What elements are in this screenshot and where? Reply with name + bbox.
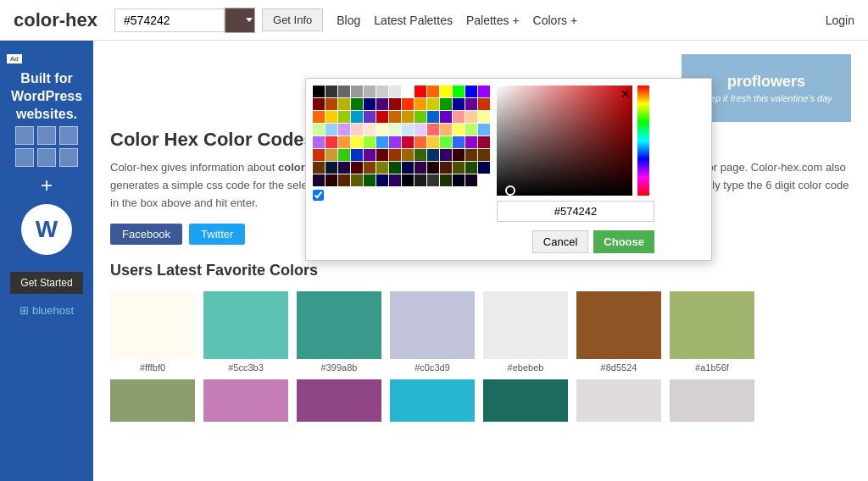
hue-strip[interactable] <box>637 86 649 196</box>
swatch-cell[interactable] <box>465 174 477 186</box>
swatch-cell[interactable] <box>313 98 325 110</box>
color-swatch-button[interactable] <box>225 8 255 33</box>
color-swatch-box[interactable] <box>297 379 381 422</box>
swatch-cell[interactable] <box>351 124 363 135</box>
color-gradient-box[interactable]: ✕ <box>497 86 632 196</box>
swatch-cell[interactable] <box>415 111 426 123</box>
swatch-cell[interactable] <box>440 86 452 97</box>
swatch-cell[interactable] <box>313 136 325 148</box>
swatch-cell[interactable] <box>338 98 350 110</box>
color-swatch-box[interactable] <box>203 379 288 422</box>
swatch-cell[interactable] <box>326 86 337 97</box>
swatch-cell[interactable] <box>376 162 388 174</box>
swatch-cell[interactable] <box>415 136 426 148</box>
blog-link[interactable]: Blog <box>337 14 360 27</box>
swatch-cell[interactable] <box>389 136 401 148</box>
swatch-cell[interactable] <box>351 174 363 186</box>
swatch-cell[interactable] <box>351 149 363 161</box>
swatch-cell[interactable] <box>376 174 388 186</box>
swatch-cell[interactable] <box>402 136 414 148</box>
swatch-cell[interactable] <box>440 124 452 135</box>
swatch-cell[interactable] <box>453 86 465 97</box>
swatch-cell[interactable] <box>478 98 490 110</box>
swatch-cell[interactable] <box>427 124 439 135</box>
swatch-cell[interactable] <box>402 149 414 161</box>
swatch-cell[interactable] <box>313 124 325 135</box>
swatch-cell[interactable] <box>364 174 376 186</box>
color-swatch-box[interactable] <box>203 291 288 359</box>
swatch-cell[interactable] <box>313 86 325 97</box>
swatch-checkbox[interactable] <box>313 190 324 201</box>
swatch-cell[interactable] <box>338 149 350 161</box>
swatch-cell[interactable] <box>364 136 376 148</box>
choose-button[interactable]: Choose <box>593 230 654 253</box>
color-swatch-box[interactable] <box>297 291 381 359</box>
palettes-link[interactable]: Palettes <box>466 14 520 27</box>
color-swatch-box[interactable] <box>670 291 754 359</box>
swatch-cell[interactable] <box>453 111 465 123</box>
color-swatch-box[interactable] <box>576 291 661 359</box>
swatch-cell[interactable] <box>376 149 388 161</box>
swatch-cell[interactable] <box>415 149 426 161</box>
swatch-cell[interactable] <box>465 124 477 135</box>
swatch-cell[interactable] <box>402 86 414 97</box>
twitter-button[interactable]: Twitter <box>189 224 245 245</box>
swatch-cell[interactable] <box>313 149 325 161</box>
swatch-cell[interactable] <box>478 86 490 97</box>
swatch-cell[interactable] <box>440 111 452 123</box>
swatch-cell[interactable] <box>440 174 452 186</box>
color-swatch-box[interactable] <box>110 291 195 359</box>
colors-link[interactable]: Colors <box>533 14 578 27</box>
swatch-cell[interactable] <box>478 124 490 135</box>
swatch-cell[interactable] <box>338 111 350 123</box>
latest-palettes-link[interactable]: Latest Palettes <box>374 14 453 27</box>
swatch-cell[interactable] <box>338 136 350 148</box>
swatch-cell[interactable] <box>351 111 363 123</box>
swatch-cell[interactable] <box>465 149 477 161</box>
color-swatch-box[interactable] <box>390 379 475 422</box>
swatch-cell[interactable] <box>402 111 414 123</box>
login-link[interactable]: Login <box>826 14 854 27</box>
swatch-cell[interactable] <box>389 124 401 135</box>
swatch-cell[interactable] <box>402 124 414 135</box>
swatch-cell[interactable] <box>338 124 350 135</box>
swatch-cell[interactable] <box>465 136 477 148</box>
swatch-cell[interactable] <box>351 98 363 110</box>
swatch-cell[interactable] <box>440 162 452 174</box>
swatch-cell[interactable] <box>415 162 426 174</box>
swatch-cell[interactable] <box>313 162 325 174</box>
swatch-cell[interactable] <box>453 149 465 161</box>
swatch-cell[interactable] <box>364 124 376 135</box>
color-input[interactable] <box>114 8 225 32</box>
swatch-cell[interactable] <box>313 174 325 186</box>
swatch-cell[interactable] <box>415 174 426 186</box>
swatch-cell[interactable] <box>364 86 376 97</box>
swatch-cell[interactable] <box>389 174 401 186</box>
swatch-cell[interactable] <box>326 149 337 161</box>
cancel-button[interactable]: Cancel <box>532 230 588 253</box>
swatch-cell[interactable] <box>453 162 465 174</box>
swatch-cell[interactable] <box>465 86 477 97</box>
swatch-cell[interactable] <box>453 174 465 186</box>
swatch-cell[interactable] <box>338 162 350 174</box>
swatch-cell[interactable] <box>440 98 452 110</box>
facebook-button[interactable]: Facebook <box>110 224 182 245</box>
color-swatch-box[interactable] <box>670 379 754 422</box>
swatch-cell[interactable] <box>427 162 439 174</box>
swatch-cell[interactable] <box>351 162 363 174</box>
swatch-cell[interactable] <box>326 124 337 135</box>
swatch-cell[interactable] <box>376 136 388 148</box>
swatch-cell[interactable] <box>389 98 401 110</box>
swatch-cell[interactable] <box>376 86 388 97</box>
get-info-button[interactable]: Get Info <box>262 8 323 31</box>
swatch-cell[interactable] <box>415 124 426 135</box>
swatch-cell[interactable] <box>338 174 350 186</box>
swatch-cell[interactable] <box>478 162 490 174</box>
swatch-cell[interactable] <box>376 124 388 135</box>
swatch-cell[interactable] <box>402 98 414 110</box>
swatch-cell[interactable] <box>376 98 388 110</box>
swatch-cell[interactable] <box>326 174 337 186</box>
swatch-cell[interactable] <box>440 149 452 161</box>
swatch-cell[interactable] <box>440 136 452 148</box>
swatch-cell[interactable] <box>478 111 490 123</box>
